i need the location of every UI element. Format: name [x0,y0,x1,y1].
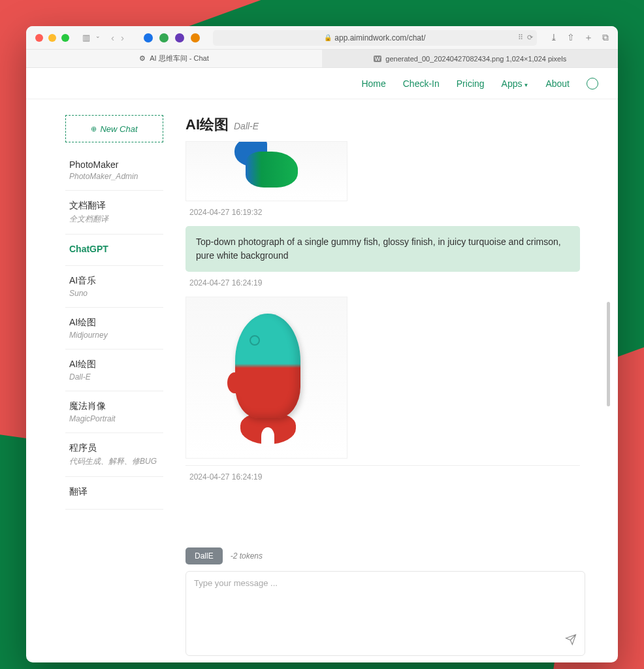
generated-image[interactable] [185,297,347,459]
close-icon[interactable] [35,34,43,42]
scrollbar[interactable] [607,302,610,406]
browser-tabs: ⚙ AI 思维车间 - Chat W generated_00_20240427… [26,50,618,68]
favicon-icon: W [374,56,382,62]
sidebar: ⊕ New Chat PhotoMakerPhotoMaker_Admin 文档… [33,99,170,662]
url-text: app.aimindwork.com/chat/ [334,33,425,42]
message-input[interactable] [194,578,577,649]
message-list[interactable]: 2024-04-27 16:19:32 Top-down photograph … [185,141,585,541]
sidebar-item-dalle[interactable]: AI绘图Dall-E [65,350,163,391]
new-chat-button[interactable]: ⊕ New Chat [65,115,163,142]
tab-title: AI 思维车间 - Chat [150,54,208,63]
user-icon[interactable] [587,78,598,90]
sidebar-item-music[interactable]: AI音乐Suno [65,266,163,308]
browser-window: ▥ ⌄ ‹ › 🔒 app.aimindwork.com/chat/ ⠿⟳ ⤓ … [26,26,618,662]
top-nav: Home Check-In Pricing Apps▼ About [26,68,618,99]
translate-icon[interactable]: ⠿ [518,33,523,42]
forward-icon[interactable]: › [121,32,124,43]
minimize-icon[interactable] [48,34,56,42]
tab-title: generated_00_20240427082434.png 1,024×1,… [385,55,566,63]
lock-icon: 🔒 [324,34,332,41]
timestamp: 2024-04-27 16:24:19 [189,278,580,287]
timestamp: 2024-04-27 16:24:19 [189,472,580,481]
browser-tab[interactable]: W generated_00_20240427082434.png 1,024×… [322,50,618,67]
back-icon[interactable]: ‹ [111,32,114,43]
model-chip[interactable]: DallE [185,547,223,564]
newtab-icon[interactable]: ＋ [584,32,593,44]
extension-icon[interactable] [159,33,169,42]
tabs-icon[interactable]: ⧉ [602,32,609,44]
sidebar-item-programmer[interactable]: 程序员代码生成、解释、修BUG [65,433,163,477]
window-controls [35,34,69,42]
chat-main: AI绘图 Dall-E 2024-04-27 16:19:32 Top-down… [170,99,611,662]
download-icon[interactable]: ⤓ [550,32,558,44]
titlebar: ▥ ⌄ ‹ › 🔒 app.aimindwork.com/chat/ ⠿⟳ ⤓ … [26,26,618,50]
generated-image[interactable] [185,141,347,201]
message-input-box [185,571,585,656]
plus-icon: ⊕ [91,125,97,133]
sidebar-item-translate[interactable]: 文档翻译全文档翻译 [65,191,163,235]
nav-home[interactable]: Home [361,78,385,89]
maximize-icon[interactable] [61,34,69,42]
share-icon[interactable]: ⇧ [567,32,575,44]
extension-icon[interactable] [191,33,200,42]
browser-tab[interactable]: ⚙ AI 思维车间 - Chat [26,50,322,67]
nav-about[interactable]: About [545,78,570,89]
sidebar-toggle[interactable]: ▥ ⌄ [82,33,101,42]
nav-apps[interactable]: Apps▼ [502,78,529,89]
nav-pricing[interactable]: Pricing [457,78,485,89]
extension-icon[interactable] [144,33,153,42]
reload-icon[interactable]: ⟳ [527,33,533,42]
url-bar[interactable]: 🔒 app.aimindwork.com/chat/ ⠿⟳ [213,30,537,46]
sidebar-item-photomaker[interactable]: PhotoMakerPhotoMaker_Admin [65,150,163,191]
chat-subtitle: Dall-E [234,121,259,131]
chat-title: AI绘图 [185,115,229,135]
extension-icon[interactable] [175,33,184,42]
composer: DallE -2 tokens [185,541,585,656]
sidebar-item-portrait[interactable]: 魔法肖像MagicPortrait [65,391,163,433]
favicon-icon: ⚙ [139,54,146,63]
chat-header: AI绘图 Dall-E [185,115,585,135]
user-prompt: Top-down photograph of a single gummy fi… [185,226,580,272]
sidebar-item-chatgpt[interactable]: ChatGPT [65,235,163,266]
sidebar-item-midjourney[interactable]: AI绘图Midjourney [65,308,163,350]
send-icon[interactable] [565,634,577,649]
nav-checkin[interactable]: Check-In [403,78,440,89]
sidebar-item-translate2[interactable]: 翻译 [65,477,163,510]
token-cost: -2 tokens [231,551,263,561]
timestamp: 2024-04-27 16:19:32 [189,208,580,217]
extensions [144,33,200,42]
